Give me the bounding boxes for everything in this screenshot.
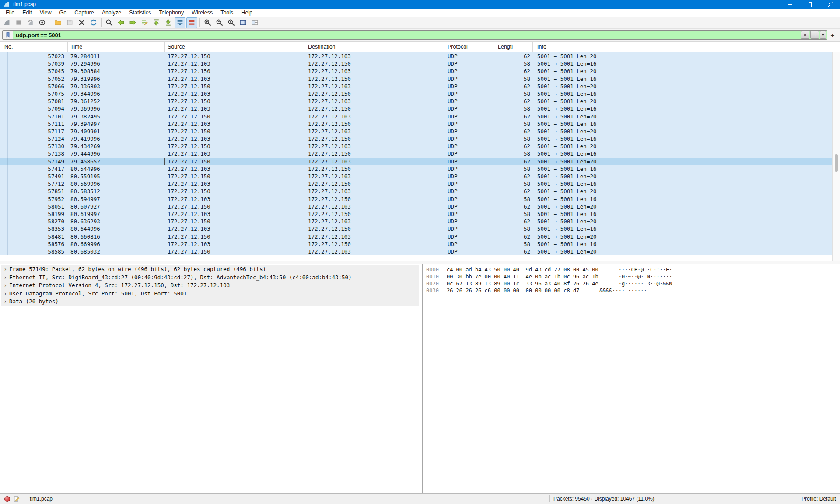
minimize-button[interactable]: [780, 0, 800, 9]
expand-chevron-icon[interactable]: ›: [1, 274, 9, 282]
capture-comment-icon[interactable]: [14, 496, 20, 502]
packet-row[interactable]: 5706679.336803172.27.12.150172.27.12.103…: [0, 83, 832, 90]
zoom-in-button[interactable]: [202, 17, 213, 28]
expand-chevron-icon[interactable]: ›: [1, 290, 9, 298]
go-to-packet-button[interactable]: [139, 17, 150, 28]
find-packet-icon: [105, 19, 113, 26]
packet-row[interactable]: 5704579.308384172.27.12.150172.27.12.103…: [0, 67, 832, 75]
resize-columns-button[interactable]: [238, 17, 248, 28]
cell-time: 79.458652: [68, 158, 165, 165]
go-to-top-button[interactable]: [151, 17, 162, 28]
menu-statistics[interactable]: Statistics: [125, 9, 155, 17]
filter-expression-text[interactable]: udp.port == 5001: [13, 32, 801, 38]
filter-bookmark-button[interactable]: [3, 31, 13, 39]
colorize-button[interactable]: [186, 17, 197, 28]
display-filter-input[interactable]: udp.port == 5001 ✕ → ▼: [2, 30, 827, 40]
menu-edit[interactable]: Edit: [18, 9, 36, 17]
start-capture-button[interactable]: [1, 17, 12, 28]
menu-go[interactable]: Go: [56, 9, 71, 17]
menu-file[interactable]: File: [2, 9, 18, 17]
expand-chevron-icon[interactable]: ›: [1, 298, 9, 306]
filter-apply-button[interactable]: →: [810, 31, 819, 39]
column-header-time[interactable]: Time: [68, 42, 165, 52]
hex-row[interactable]: 0000c4 00 ad b4 43 50 00 40 9d 43 cd 27 …: [426, 266, 839, 273]
column-header-no[interactable]: No.: [0, 42, 68, 52]
packet-list-scrollbar[interactable]: [832, 52, 840, 261]
packet-row[interactable]: 5741780.544996172.27.12.103172.27.12.150…: [0, 165, 832, 173]
hex-row[interactable]: 00200c 67 13 89 13 89 00 1c 33 96 a3 40 …: [426, 280, 839, 287]
packet-row[interactable]: 5702379.284011172.27.12.150172.27.12.103…: [0, 52, 832, 60]
menu-capture[interactable]: Capture: [70, 9, 98, 17]
expand-chevron-icon[interactable]: ›: [1, 265, 9, 274]
packet-row[interactable]: 5835380.644996172.27.12.103172.27.12.150…: [0, 225, 832, 233]
expert-info-icon[interactable]: [4, 496, 10, 502]
hex-row[interactable]: 003026 26 26 26 c6 00 00 00 00 00 00 00 …: [426, 287, 839, 294]
detail-tree-row[interactable]: ›Data (20 bytes): [1, 298, 419, 306]
reload-file-button[interactable]: [88, 17, 99, 28]
related-packet-gutter: [0, 90, 8, 97]
go-forward-button[interactable]: [127, 17, 138, 28]
detail-tree-row[interactable]: ›Internet Protocol Version 4, Src: 172.2…: [1, 282, 419, 290]
expand-chevron-icon[interactable]: ›: [1, 282, 9, 290]
menu-help[interactable]: Help: [237, 9, 256, 17]
packet-row[interactable]: 5711179.394997172.27.12.103172.27.12.150…: [0, 120, 832, 128]
packet-row[interactable]: 5710179.382495172.27.12.150172.27.12.103…: [0, 113, 832, 120]
menu-analyze[interactable]: Analyze: [98, 9, 125, 17]
zoom-out-button[interactable]: [214, 17, 225, 28]
reset-layout-button[interactable]: [249, 17, 260, 28]
column-header-destination[interactable]: Destination: [305, 42, 445, 52]
find-packet-button[interactable]: [104, 17, 115, 28]
packet-row[interactable]: 5709479.369996172.27.12.103172.27.12.150…: [0, 105, 832, 112]
packet-row[interactable]: 5708179.361252172.27.12.150172.27.12.103…: [0, 97, 832, 105]
vertical-splitter[interactable]: [419, 264, 422, 493]
packet-row[interactable]: 5848180.660816172.27.12.150172.27.12.103…: [0, 233, 832, 240]
save-file-button[interactable]: [64, 17, 75, 28]
auto-scroll-button[interactable]: [175, 17, 186, 28]
restart-capture-button[interactable]: [25, 17, 36, 28]
menu-view[interactable]: View: [36, 9, 56, 17]
packet-row-selected[interactable]: 5714979.458652172.27.12.150172.27.12.103…: [0, 158, 832, 165]
filter-dropdown-button[interactable]: ▼: [820, 31, 826, 39]
column-header-info[interactable]: Info: [533, 42, 840, 52]
packet-row[interactable]: 5857680.669996172.27.12.103172.27.12.150…: [0, 240, 832, 248]
open-file-button[interactable]: [52, 17, 63, 28]
cell-proto: UDP: [445, 240, 495, 248]
packet-row[interactable]: 5785180.583512172.27.12.150172.27.12.103…: [0, 188, 832, 195]
packet-row[interactable]: 5827080.636293172.27.12.150172.27.12.103…: [0, 218, 832, 225]
filter-clear-button[interactable]: ✕: [801, 31, 809, 39]
packet-row[interactable]: 5819980.619997172.27.12.103172.27.12.150…: [0, 210, 832, 218]
packet-row[interactable]: 5805180.607927172.27.12.150172.27.12.103…: [0, 203, 832, 210]
packet-row[interactable]: 5713079.434269172.27.12.150172.27.12.103…: [0, 143, 832, 150]
go-back-button[interactable]: [116, 17, 126, 28]
cell-no: 58353: [8, 225, 68, 233]
scrollbar-thumb[interactable]: [835, 154, 838, 172]
packet-row[interactable]: 5707579.344996172.27.12.103172.27.12.150…: [0, 90, 832, 97]
column-header-protocol[interactable]: Protocol: [445, 42, 495, 52]
packet-row[interactable]: 5711779.409901172.27.12.150172.27.12.103…: [0, 128, 832, 135]
detail-tree-row[interactable]: ›User Datagram Protocol, Src Port: 5001,…: [1, 290, 419, 298]
detail-tree-row[interactable]: ›Frame 57149: Packet, 62 bytes on wire (…: [1, 265, 419, 274]
filter-add-button[interactable]: +: [827, 31, 838, 39]
menu-telephony[interactable]: Telephony: [155, 9, 188, 17]
packet-row[interactable]: 5858580.685032172.27.12.150172.27.12.103…: [0, 248, 832, 255]
close-capture-button[interactable]: [76, 17, 87, 28]
menu-tools[interactable]: Tools: [217, 9, 237, 17]
packet-row[interactable]: 5713879.444996172.27.12.103172.27.12.150…: [0, 150, 832, 157]
packet-row[interactable]: 5703979.294996172.27.12.103172.27.12.150…: [0, 60, 832, 67]
capture-options-button[interactable]: [37, 17, 48, 28]
maximize-button[interactable]: [800, 0, 820, 9]
hex-row[interactable]: 001000 30 bb 7e 00 00 40 11 4e 0b ac 1b …: [426, 273, 839, 280]
zoom-original-button[interactable]: [226, 17, 237, 28]
column-header-lengtl[interactable]: Lengtl: [495, 42, 533, 52]
packet-row[interactable]: 5705279.319996172.27.12.103172.27.12.150…: [0, 75, 832, 83]
packet-row[interactable]: 5771280.569996172.27.12.103172.27.12.150…: [0, 180, 832, 188]
packet-row[interactable]: 5712479.419996172.27.12.103172.27.12.150…: [0, 135, 832, 143]
close-button[interactable]: [820, 0, 840, 9]
detail-tree-row[interactable]: ›Ethernet II, Src: DigiBoard_43:cd:27 (0…: [1, 274, 419, 282]
column-header-source[interactable]: Source: [165, 42, 305, 52]
packet-row[interactable]: 5749180.559195172.27.12.150172.27.12.103…: [0, 173, 832, 180]
stop-capture-button[interactable]: [13, 17, 24, 28]
menu-wireless[interactable]: Wireless: [188, 9, 217, 17]
packet-row[interactable]: 5795280.594997172.27.12.103172.27.12.150…: [0, 195, 832, 203]
go-to-bottom-button[interactable]: [163, 17, 174, 28]
